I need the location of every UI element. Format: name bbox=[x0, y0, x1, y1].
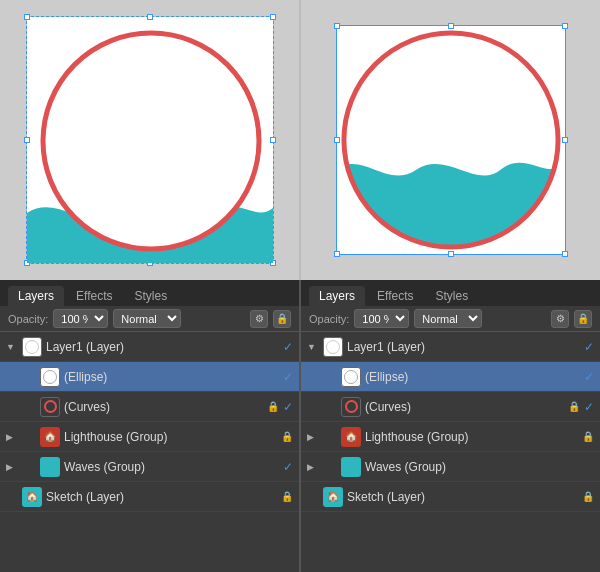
layer-name-ellipse-left: (Ellipse) bbox=[64, 370, 279, 384]
circle-clipped-svg bbox=[337, 26, 565, 254]
tab-layers-left[interactable]: Layers bbox=[8, 286, 64, 306]
layer-name-lighthouse-right: Lighthouse (Group) bbox=[365, 430, 578, 444]
tab-styles-left[interactable]: Styles bbox=[125, 286, 178, 306]
lock-btn-right[interactable]: 🔒 bbox=[574, 310, 592, 328]
opacity-select-right[interactable]: 100 % bbox=[354, 309, 409, 328]
layer-row-layer1-right[interactable]: ▼ Layer1 (Layer) ✓ bbox=[301, 332, 600, 362]
opacity-label-left: Opacity: bbox=[8, 313, 48, 325]
tab-effects-left[interactable]: Effects bbox=[66, 286, 122, 306]
mode-select-left[interactable]: Normal bbox=[113, 309, 181, 328]
layer-row-sketch-left[interactable]: ▶ 🏠 Sketch (Layer) 🔒 bbox=[0, 482, 299, 512]
layer-row-waves-left[interactable]: ▶ Waves (Group) ✓ bbox=[0, 452, 299, 482]
lock-icon-sketch-left: 🔒 bbox=[281, 491, 293, 502]
layer-name-layer1-right: Layer1 (Layer) bbox=[347, 340, 580, 354]
check-icon-ellipse-right: ✓ bbox=[584, 370, 594, 384]
layer-row-ellipse-right[interactable]: ▶ (Ellipse) ✓ bbox=[301, 362, 600, 392]
tab-layers-right[interactable]: Layers bbox=[309, 286, 365, 306]
layers-list-right: ▼ Layer1 (Layer) ✓ ▶ (Ellipse) ✓ bbox=[301, 332, 600, 572]
layers-panel-right: Layers Effects Styles Opacity: 100 % Nor… bbox=[299, 280, 600, 572]
lock-icon-sketch-right: 🔒 bbox=[582, 491, 594, 502]
layer-name-sketch-right: Sketch (Layer) bbox=[347, 490, 578, 504]
layers-tabs-right: Layers Effects Styles bbox=[301, 280, 600, 306]
svg-point-0 bbox=[43, 33, 259, 249]
check-icon-curves-right: ✓ bbox=[584, 400, 594, 414]
settings-btn-left[interactable]: ⚙ bbox=[250, 310, 268, 328]
layers-panel-left: Layers Effects Styles Opacity: 100 % Nor… bbox=[0, 280, 299, 572]
canvas-left bbox=[0, 0, 299, 280]
lock-icon-lighthouse-right: 🔒 bbox=[582, 431, 594, 442]
layer-name-waves-right: Waves (Group) bbox=[365, 460, 594, 474]
layer-row-curves-left[interactable]: ▶ (Curves) 🔒 ✓ bbox=[0, 392, 299, 422]
layer-row-waves-right[interactable]: ▶ Waves (Group) bbox=[301, 452, 600, 482]
layer-name-sketch-left: Sketch (Layer) bbox=[46, 490, 277, 504]
layer-name-curves-left: (Curves) bbox=[64, 400, 263, 414]
layer-name-waves-left: Waves (Group) bbox=[64, 460, 279, 474]
lock-icon-curves-left: 🔒 bbox=[267, 401, 279, 412]
layers-list-left: ▼ Layer1 (Layer) ✓ ▶ (Ellipse) ✓ bbox=[0, 332, 299, 572]
lock-btn-left[interactable]: 🔒 bbox=[273, 310, 291, 328]
layer-row-layer1-left[interactable]: ▼ Layer1 (Layer) ✓ bbox=[0, 332, 299, 362]
lock-icon-curves-right: 🔒 bbox=[568, 401, 580, 412]
layer-row-curves-right[interactable]: ▶ (Curves) 🔒 ✓ bbox=[301, 392, 600, 422]
layer-row-sketch-right[interactable]: ▶ 🏠 Sketch (Layer) 🔒 bbox=[301, 482, 600, 512]
check-icon-ellipse-left: ✓ bbox=[283, 370, 293, 384]
check-icon-layer1-left: ✓ bbox=[283, 340, 293, 354]
circle-svg-left bbox=[37, 27, 265, 255]
layers-tabs-left: Layers Effects Styles bbox=[0, 280, 299, 306]
check-icon-layer1-right: ✓ bbox=[584, 340, 594, 354]
check-icon-waves-left: ✓ bbox=[283, 460, 293, 474]
opacity-label-right: Opacity: bbox=[309, 313, 349, 325]
settings-btn-right[interactable]: ⚙ bbox=[551, 310, 569, 328]
lock-icon-lighthouse-left: 🔒 bbox=[281, 431, 293, 442]
layer-name-layer1-left: Layer1 (Layer) bbox=[46, 340, 279, 354]
tab-styles-right[interactable]: Styles bbox=[426, 286, 479, 306]
opacity-row-right: Opacity: 100 % Normal ⚙ 🔒 bbox=[301, 306, 600, 332]
layer-row-ellipse-left[interactable]: ▶ (Ellipse) ✓ bbox=[0, 362, 299, 392]
tab-effects-right[interactable]: Effects bbox=[367, 286, 423, 306]
mode-select-right[interactable]: Normal bbox=[414, 309, 482, 328]
layer-row-lighthouse-left[interactable]: ▶ 🏠 Lighthouse (Group) 🔒 bbox=[0, 422, 299, 452]
check-icon-curves-left: ✓ bbox=[283, 400, 293, 414]
opacity-row-left: Opacity: 100 % Normal ⚙ 🔒 bbox=[0, 306, 299, 332]
layer-name-ellipse-right: (Ellipse) bbox=[365, 370, 580, 384]
opacity-select-left[interactable]: 100 % bbox=[53, 309, 108, 328]
layer-name-lighthouse-left: Lighthouse (Group) bbox=[64, 430, 277, 444]
canvas-right bbox=[299, 0, 600, 280]
layer-name-curves-right: (Curves) bbox=[365, 400, 564, 414]
layer-row-lighthouse-right[interactable]: ▶ 🏠 Lighthouse (Group) 🔒 bbox=[301, 422, 600, 452]
